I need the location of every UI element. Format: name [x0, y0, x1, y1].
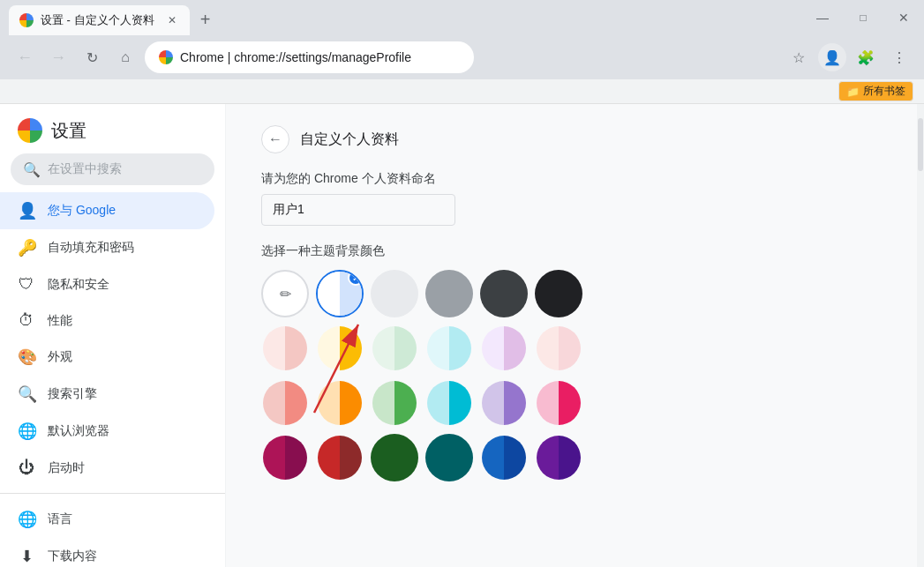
search-engine-label: 搜索引擎 — [48, 386, 97, 402]
address-bar-row: ← → ↻ ⌂ Chrome | chrome://settings/manag… — [0, 35, 924, 79]
color-row-3 — [261, 379, 702, 427]
default-browser-label: 默认浏览器 — [48, 423, 109, 439]
google-account-label: 您与 Google — [48, 203, 116, 219]
selected-checkmark: ✓ — [348, 270, 364, 286]
window-controls: — □ ✕ — [802, 4, 924, 35]
page-header: ← 自定义个人资料 — [261, 125, 702, 153]
tab-bar: 设置 - 自定义个人资料 ✕ + — □ ✕ — [0, 0, 924, 35]
browser-window: 设置 - 自定义个人资料 ✕ + — □ ✕ ← → ↻ ⌂ Chrome | … — [0, 0, 924, 567]
color-section: 选择一种主题背景颜色 ✏ ✓ — [261, 243, 702, 481]
color-section-label: 选择一种主题背景颜色 — [261, 243, 702, 259]
color-swatch-light-green[interactable] — [371, 325, 418, 372]
minimize-button[interactable]: — — [802, 4, 843, 32]
color-row-1: ✏ ✓ — [261, 270, 702, 317]
color-swatch-lavender[interactable] — [480, 325, 528, 372]
tab-title: 设置 - 自定义个人资料 — [41, 12, 154, 28]
settings-search-bar[interactable]: 🔍 在设置中搜索 — [11, 153, 214, 185]
color-swatch-green[interactable] — [371, 379, 418, 427]
color-swatch-blue-lavender[interactable] — [480, 379, 528, 427]
color-swatch-medium-gray[interactable] — [425, 270, 473, 317]
sidebar-item-languages[interactable]: 🌐 语言 — [0, 501, 214, 538]
profile-name-input[interactable] — [261, 194, 455, 226]
downloads-label: 下载内容 — [48, 548, 97, 564]
color-swatch-salmon[interactable] — [261, 379, 309, 427]
default-browser-icon: 🌐 — [18, 422, 35, 441]
sidebar-item-privacy[interactable]: 🛡 隐私和安全 — [0, 266, 214, 302]
sidebar-item-search[interactable]: 🔍 搜索引擎 — [0, 376, 214, 413]
name-section: 请为您的 Chrome 个人资料命名 — [261, 171, 702, 226]
scrollbar-thumb[interactable] — [918, 118, 923, 171]
bookmark-star-button[interactable]: ☆ — [785, 43, 813, 71]
sidebar-header: 设置 — [0, 111, 225, 153]
autofill-icon: 🔑 — [18, 238, 35, 257]
color-swatch-light-gray[interactable] — [371, 270, 418, 317]
color-swatch-dark-green[interactable] — [371, 434, 418, 481]
privacy-icon: 🛡 — [18, 275, 35, 294]
performance-icon: ⏱ — [18, 311, 35, 330]
tab-close-button[interactable]: ✕ — [165, 13, 179, 27]
main-content: ← 自定义个人资料 请为您的 Chrome 个人资料命名 选择一种主题背景颜色 — [226, 104, 917, 567]
search-icon: 🔍 — [23, 161, 41, 178]
sidebar: 设置 🔍 在设置中搜索 👤 您与 Google 🔑 自动填充和密码 🛡 隐私和安… — [0, 104, 226, 567]
downloads-icon: ⬇ — [18, 547, 35, 566]
page-title: 自定义个人资料 — [300, 131, 399, 149]
color-swatch-yellow[interactable] — [316, 325, 364, 372]
sidebar-item-startup[interactable]: ⏻ 启动时 — [0, 450, 214, 486]
settings-title: 设置 — [51, 119, 86, 143]
sidebar-item-appearance[interactable]: 🎨 外观 — [0, 339, 214, 376]
color-swatch-rose[interactable] — [535, 325, 582, 372]
sidebar-item-autofill[interactable]: 🔑 自动填充和密码 — [0, 229, 214, 266]
color-swatch-dark-gray[interactable] — [480, 270, 528, 317]
color-row-2 — [261, 325, 702, 372]
active-tab[interactable]: 设置 - 自定义个人资料 ✕ — [9, 5, 190, 35]
startup-icon: ⏻ — [18, 459, 35, 477]
color-swatch-dark-blue[interactable] — [480, 434, 528, 481]
address-bar[interactable]: Chrome | chrome://settings/manageProfile — [145, 41, 474, 73]
bookmarks-folder[interactable]: 📁 所有书签 — [838, 81, 913, 101]
folder-icon: 📁 — [846, 86, 860, 98]
forward-nav-button[interactable]: → — [44, 43, 72, 71]
site-icon — [159, 50, 173, 64]
color-swatch-light-pink[interactable] — [261, 325, 309, 372]
sidebar-item-google-account[interactable]: 👤 您与 Google — [0, 192, 214, 229]
name-label: 请为您的 Chrome 个人资料命名 — [261, 171, 702, 187]
extensions-button[interactable]: 🧩 — [852, 43, 880, 71]
color-swatch-custom[interactable]: ✏ — [261, 270, 309, 317]
color-swatch-white-blue[interactable]: ✓ — [316, 270, 364, 317]
sidebar-item-downloads[interactable]: ⬇ 下载内容 — [0, 538, 214, 567]
home-button[interactable]: ⌂ — [111, 43, 139, 71]
close-button[interactable]: ✕ — [883, 4, 924, 32]
menu-button[interactable]: ⋮ — [885, 43, 913, 71]
bookmarks-label: 所有书签 — [863, 84, 905, 99]
autofill-label: 自动填充和密码 — [48, 240, 134, 256]
search-engine-icon: 🔍 — [18, 384, 35, 404]
sidebar-item-default-browser[interactable]: 🌐 默认浏览器 — [0, 413, 214, 450]
color-swatch-dark-purple[interactable] — [535, 434, 582, 481]
color-swatch-black[interactable] — [535, 270, 582, 317]
google-account-icon: 👤 — [18, 201, 35, 220]
edit-icon: ✏ — [280, 286, 291, 302]
color-swatch-teal[interactable] — [425, 379, 473, 427]
color-row-4 — [261, 434, 702, 481]
color-swatch-dark-teal[interactable] — [425, 434, 473, 481]
profile-button[interactable]: 👤 — [818, 43, 846, 71]
back-button[interactable]: ← — [261, 125, 289, 153]
page-content: 设置 🔍 在设置中搜索 👤 您与 Google 🔑 自动填充和密码 🛡 隐私和安… — [0, 104, 924, 567]
color-swatch-light-cyan[interactable] — [425, 325, 473, 372]
tab-favicon — [19, 13, 34, 27]
bookmark-bar: 📁 所有书签 — [0, 79, 924, 104]
languages-icon: 🌐 — [18, 510, 35, 529]
privacy-label: 隐私和安全 — [48, 277, 109, 293]
color-swatch-orange[interactable] — [316, 379, 364, 427]
sidebar-item-performance[interactable]: ⏱ 性能 — [0, 302, 214, 339]
new-tab-button[interactable]: + — [193, 7, 218, 32]
color-swatch-dark-red[interactable] — [316, 434, 364, 481]
languages-label: 语言 — [48, 511, 72, 527]
color-swatch-pink[interactable] — [535, 379, 582, 427]
back-nav-button[interactable]: ← — [11, 43, 39, 71]
performance-label: 性能 — [48, 313, 72, 329]
color-swatch-dark-pink[interactable] — [261, 434, 309, 481]
scrollbar-track[interactable] — [917, 104, 924, 567]
maximize-button[interactable]: □ — [843, 4, 883, 32]
refresh-button[interactable]: ↻ — [78, 43, 106, 71]
